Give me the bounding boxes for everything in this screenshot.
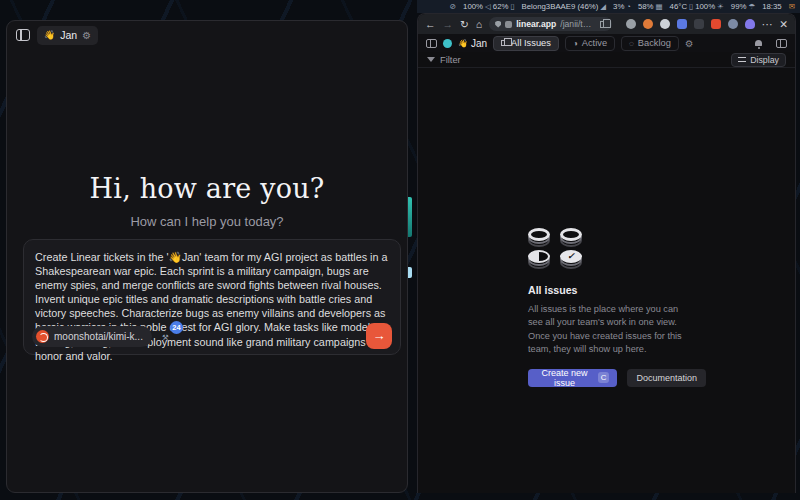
do-not-disturb-icon: ⊘ xyxy=(450,2,456,11)
create-new-issue-label: Create new issue xyxy=(536,368,593,388)
documentation-button[interactable]: Documentation xyxy=(627,369,706,387)
prompt-composer[interactable]: Create Linear tickets in the '👋Jan' team… xyxy=(23,239,401,355)
active-status-icon: ◑ xyxy=(573,39,578,48)
copy-url-icon[interactable] xyxy=(600,21,606,28)
url-domain: linear.app xyxy=(516,19,556,29)
shortcut-badge: C xyxy=(598,372,610,383)
url-path: /janii/team/JANAPP/all xyxy=(560,19,595,29)
tools-icon: ⚒ xyxy=(162,333,169,342)
close-icon[interactable]: ✕ xyxy=(779,18,788,30)
tab-all-issues-label: All Issues xyxy=(511,38,551,48)
greeting-title: Hi, how are you? xyxy=(7,173,407,204)
clock: 18:35 xyxy=(762,2,782,11)
issues-icon xyxy=(501,40,507,46)
in-progress-status-icon xyxy=(528,251,550,269)
volume-icon: ◁ xyxy=(485,2,491,11)
address-bar[interactable]: linear.app/janii/team/JANAPP/all xyxy=(489,17,612,31)
tab-active-label: Active xyxy=(582,38,607,48)
display-button[interactable]: Display xyxy=(731,53,786,67)
cloud-extension-icon[interactable] xyxy=(660,19,670,29)
overflow-menu-icon[interactable]: ⋯ xyxy=(762,18,773,30)
team-name: 👋 Jan xyxy=(458,38,487,49)
wifi-icon: ◢ xyxy=(600,2,606,11)
model-selector[interactable]: moonshotai/kimi-k... xyxy=(32,326,152,347)
right-panel-toggle-icon[interactable] xyxy=(776,39,787,48)
volume-percent: 100% xyxy=(463,2,483,11)
moonshot-logo-icon xyxy=(36,330,49,343)
tools-button[interactable]: ⚒ 24 xyxy=(162,330,178,342)
composer-toolbar: moonshotai/kimi-k... ⚒ 24 → xyxy=(32,324,392,348)
empty-state-title: All issues xyxy=(528,284,706,296)
model-name: moonshotai/kimi-k... xyxy=(54,331,143,342)
team-emoji: 👋 xyxy=(458,39,468,48)
umbrella-icon: ☂ xyxy=(748,2,755,11)
site-favicon xyxy=(505,21,512,28)
mail-icon[interactable]: ✉ xyxy=(789,2,795,11)
greeting-block: Hi, how are you? How can I help you toda… xyxy=(7,173,407,229)
filter-icon xyxy=(427,57,435,62)
jan-thread-tab[interactable]: 👋 Jan ⚙ xyxy=(37,26,98,45)
greeting-subtitle: How can I help you today? xyxy=(7,214,407,229)
site-info-icon[interactable] xyxy=(495,21,501,28)
mic-percent: 62% xyxy=(493,2,509,11)
open-status-icon xyxy=(560,229,582,247)
send-button[interactable]: → xyxy=(366,323,392,349)
sync-extension-icon[interactable] xyxy=(626,19,636,29)
media-extension-icon[interactable] xyxy=(694,19,704,29)
cpu-percent: 3% xyxy=(613,2,624,11)
memory-percent: 58% xyxy=(638,2,654,11)
battery-percent: 100% xyxy=(695,2,715,11)
avatar-extension-icon[interactable] xyxy=(643,19,653,29)
tab-all-issues[interactable]: All Issues xyxy=(493,36,559,51)
wifi-network-name: Belong3BAAE9 (46%) xyxy=(522,2,599,11)
flag-extension-icon[interactable] xyxy=(677,19,687,29)
tab-backlog-label: Backlog xyxy=(638,38,671,48)
temperature: 46°C xyxy=(670,2,687,11)
browser-window: ← → ↻ ⌂ linear.app/janii/team/JANAPP/all… xyxy=(417,13,796,493)
ghost-extension-icon[interactable] xyxy=(745,19,755,29)
wave-emoji: 👋 xyxy=(44,30,55,40)
back-icon[interactable]: ← xyxy=(425,18,436,30)
backlog-status-icon: ◌ xyxy=(629,39,634,48)
sliders-icon xyxy=(738,56,746,63)
team-label: Jan xyxy=(471,38,487,49)
todo-status-icon xyxy=(528,229,550,247)
battery-icon: ▯ xyxy=(510,2,514,11)
globe-extension-icon[interactable] xyxy=(728,19,738,29)
thread-tab-label: Jan xyxy=(60,29,77,41)
empty-state-actions: Create new issue C Documentation xyxy=(528,369,706,387)
thread-settings-icon[interactable]: ⚙ xyxy=(82,30,91,41)
brightness-icon: ☀ xyxy=(717,2,724,11)
display-button-label: Display xyxy=(750,55,779,65)
extension-row: ⋯ ✕ xyxy=(626,18,788,30)
notifications-bell-icon[interactable] xyxy=(755,40,762,46)
tab-backlog[interactable]: ◌ Backlog xyxy=(621,36,679,51)
empty-state: ✓ All issues All issues is the place whe… xyxy=(528,229,706,387)
linear-header: 👋 Jan All Issues ◑ Active ◌ Backlog ⚙ xyxy=(418,34,795,52)
filter-button[interactable]: Filter xyxy=(440,55,461,65)
tools-count-badge: 24 xyxy=(170,321,183,334)
empty-state-description: All issues is the place where you can se… xyxy=(528,303,688,357)
sidebar-toggle-icon[interactable] xyxy=(16,29,30,41)
system-status-bar: ⊘ 100% ◁ 62% ▯ Belong3BAAE9 (46%) ◢ 3% ◔… xyxy=(417,0,800,13)
filter-bar: Filter Display xyxy=(418,52,795,68)
humidity-percent: 99% xyxy=(731,2,747,11)
cpu-icon: ◔ xyxy=(626,2,631,11)
memory-icon: ▦ xyxy=(656,2,663,11)
linear-sidebar-toggle-icon[interactable] xyxy=(426,39,437,48)
view-settings-icon[interactable]: ⚙ xyxy=(685,38,694,49)
done-status-icon: ✓ xyxy=(560,251,582,269)
reload-icon[interactable]: ↻ xyxy=(460,18,469,30)
workspace-logo-icon[interactable] xyxy=(443,39,452,48)
forward-icon[interactable]: → xyxy=(443,18,454,30)
status-icons-grid: ✓ xyxy=(528,229,706,271)
jan-app-window: 👋 Jan ⚙ Hi, how are you? How can I help … xyxy=(6,20,408,493)
home-icon[interactable]: ⌂ xyxy=(476,18,482,30)
tab-active[interactable]: ◑ Active xyxy=(565,36,615,51)
create-new-issue-button[interactable]: Create new issue C xyxy=(528,369,617,387)
frame-extension-icon[interactable] xyxy=(711,19,721,29)
browser-toolbar: ← → ↻ ⌂ linear.app/janii/team/JANAPP/all… xyxy=(418,14,795,34)
battery2-icon: ▯ xyxy=(689,2,693,11)
jan-titlebar: 👋 Jan ⚙ xyxy=(7,21,407,49)
